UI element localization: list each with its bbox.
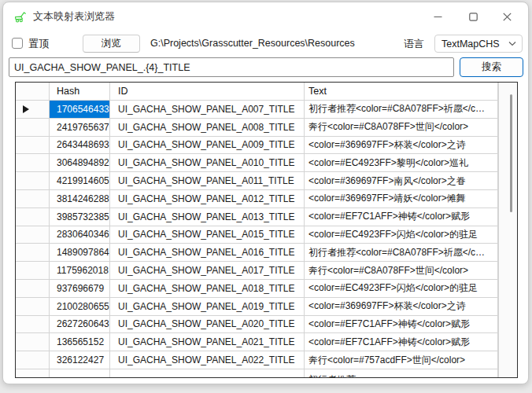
table-row: 2100280655 UI_GACHA_SHOW_PANEL_A019_TITL…: [16, 298, 498, 316]
text-cell[interactable]: 奔行<color=#757acdFF>世间</color>: [305, 351, 498, 369]
row-header-cell[interactable]: [16, 119, 50, 136]
text-cell[interactable]: 初行者推荐<color=#C8A078FF>祈愿</c…: [305, 101, 498, 118]
column-header-id[interactable]: ID: [110, 83, 305, 100]
close-button[interactable]: [490, 2, 525, 31]
language-dropdown[interactable]: TextMapCHS: [434, 35, 523, 53]
search-button[interactable]: 搜索: [460, 57, 523, 77]
table-row: 1175962018 UI_GACHA_SHOW_PANEL_A017_TITL…: [16, 262, 498, 280]
row-header-cell[interactable]: [16, 333, 50, 351]
hash-cell[interactable]: 2419765637: [50, 119, 110, 136]
id-cell[interactable]: UI_GACHA_SHOW_PANEL_A010_TITLE: [110, 154, 305, 171]
language-dropdown-value: TextMapCHS: [441, 39, 500, 50]
title-bar[interactable]: 文本映射表浏览器: [3, 2, 528, 31]
hash-cell[interactable]: 2643448693: [50, 137, 110, 154]
row-header-cell[interactable]: [16, 190, 50, 208]
hash-cell[interactable]: 2627260643: [50, 316, 110, 333]
hash-cell[interactable]: 2830640346: [50, 226, 110, 244]
app-window: 文本映射表浏览器 置顶 浏览 G:\Projects\Grasscutter_R…: [2, 2, 529, 384]
table-row: 937696679 UI_GACHA_SHOW_PANEL_A018_TITLE…: [16, 280, 498, 298]
browse-button[interactable]: 浏览: [83, 35, 140, 53]
id-cell[interactable]: UI_GACHA_SHOW_PANEL_A008_TITLE: [110, 119, 305, 136]
id-cell[interactable]: UI_GACHA_SHOW_PANEL_A017_TITLE: [110, 262, 305, 279]
row-header-cell[interactable]: [16, 137, 50, 154]
id-cell[interactable]: UI_GACHA_SHOW_PANEL_A019_TITLE: [110, 298, 305, 315]
browse-button-label: 浏览: [102, 37, 121, 50]
row-header-cell[interactable]: [16, 262, 50, 279]
grasscutter-app-icon: [13, 10, 27, 24]
text-cell[interactable]: <color=#EC4923FF>闪焰</color>的驻足: [305, 226, 498, 244]
row-header-cell[interactable]: [16, 226, 50, 244]
text-cell[interactable]: <color=#EF7C1AFF>神铸</color>赋形: [305, 208, 498, 226]
table-row: 2830640346 UI_GACHA_SHOW_PANEL_A015_TITL…: [16, 226, 498, 244]
close-icon: [503, 13, 512, 21]
partial-row-text: 初行者推荐: [305, 369, 498, 377]
vertical-scrollbar[interactable]: [498, 83, 517, 377]
hash-cell[interactable]: 4219914605: [50, 172, 110, 189]
id-cell[interactable]: UI_GACHA_SHOW_PANEL_A013_TITLE: [110, 208, 305, 226]
id-cell[interactable]: UI_GACHA_SHOW_PANEL_A022_TITLE: [110, 351, 305, 369]
text-cell[interactable]: <color=#369697FF>南风</color>之眷: [305, 172, 498, 189]
table-row: 2627260643 UI_GACHA_SHOW_PANEL_A020_TITL…: [16, 316, 498, 334]
hash-cell[interactable]: 3814246288: [50, 190, 110, 208]
text-cell[interactable]: <color=#EC4923FF>闪焰</color>的驻足: [305, 280, 498, 297]
hash-cell[interactable]: 1175962018: [50, 262, 110, 279]
text-cell[interactable]: <color=#EF7C1AFF>神铸</color>赋形: [305, 333, 498, 351]
hash-cell[interactable]: 326122427: [50, 351, 110, 369]
minimize-icon: [434, 13, 442, 21]
hash-cell[interactable]: 3064894892: [50, 154, 110, 171]
id-cell: [110, 369, 305, 377]
text-cell[interactable]: <color=#369697FF>杯装</color>之诗: [305, 298, 498, 315]
hash-cell[interactable]: 2100280655: [50, 298, 110, 315]
minimize-button[interactable]: [420, 2, 456, 31]
window-title: 文本映射表浏览器: [33, 2, 115, 31]
id-cell[interactable]: UI_GACHA_SHOW_PANEL_A020_TITLE: [110, 316, 305, 333]
maximize-button[interactable]: [456, 2, 491, 31]
id-cell[interactable]: UI_GACHA_SHOW_PANEL_A009_TITLE: [110, 137, 305, 154]
search-input[interactable]: [9, 57, 454, 77]
row-header-cell[interactable]: [16, 172, 50, 189]
hash-cell[interactable]: 937696679: [50, 280, 110, 297]
id-cell[interactable]: UI_GACHA_SHOW_PANEL_A018_TITLE: [110, 280, 305, 297]
row-header-cell[interactable]: [16, 154, 50, 171]
current-row-arrow-icon: [23, 105, 29, 113]
id-cell[interactable]: UI_GACHA_SHOW_PANEL_A015_TITLE: [110, 226, 305, 244]
text-cell[interactable]: <color=#369697FF>杯装</color>之诗: [305, 137, 498, 154]
textmap-grid: Hash ID Text 1706546433 UI_GACHA_SHOW_PA…: [15, 82, 518, 378]
table-row: 2419765637 UI_GACHA_SHOW_PANEL_A008_TITL…: [16, 119, 498, 137]
hash-cell[interactable]: 136565152: [50, 333, 110, 351]
id-cell[interactable]: UI_GACHA_SHOW_PANEL_A016_TITLE: [110, 244, 305, 261]
hash-cell[interactable]: 3985732385: [50, 208, 110, 226]
partial-row: 初行者推荐: [16, 369, 498, 377]
column-header-text[interactable]: Text: [305, 83, 498, 100]
scrollbar-thumb[interactable]: [510, 94, 512, 212]
text-cell[interactable]: 初行者推荐<color=#C8A078FF>祈愿</c…: [305, 244, 498, 261]
text-cell[interactable]: <color=#369697FF>靖妖</color>傩舞: [305, 190, 498, 208]
table-row: 2643448693 UI_GACHA_SHOW_PANEL_A009_TITL…: [16, 137, 498, 155]
table-row: 326122427 UI_GACHA_SHOW_PANEL_A022_TITLE…: [16, 351, 498, 369]
id-cell[interactable]: UI_GACHA_SHOW_PANEL_A007_TITLE: [110, 101, 305, 118]
row-header-cell[interactable]: [16, 298, 50, 315]
grid-body: 1706546433 UI_GACHA_SHOW_PANEL_A007_TITL…: [16, 101, 498, 369]
chevron-down-icon: [508, 41, 516, 46]
row-header-cell[interactable]: [16, 244, 50, 261]
row-header-cell[interactable]: [16, 208, 50, 226]
table-row: 3814246288 UI_GACHA_SHOW_PANEL_A012_TITL…: [16, 190, 498, 208]
pin-on-top-checkbox[interactable]: [12, 38, 23, 49]
row-header-cell[interactable]: [16, 280, 50, 297]
hash-cell[interactable]: 1706546433: [50, 101, 110, 118]
text-cell[interactable]: <color=#EC4923FF>黎明</color>巡礼: [305, 154, 498, 171]
hash-cell[interactable]: 1489097864: [50, 244, 110, 261]
maximize-icon: [469, 13, 478, 21]
text-cell[interactable]: 奔行<color=#C8A078FF>世间</color>: [305, 119, 498, 136]
table-row: 1489097864 UI_GACHA_SHOW_PANEL_A016_TITL…: [16, 244, 498, 262]
text-cell[interactable]: 奔行<color=#C8A078FF>世间</color>: [305, 262, 498, 279]
id-cell[interactable]: UI_GACHA_SHOW_PANEL_A011_TITLE: [110, 172, 305, 189]
id-cell[interactable]: UI_GACHA_SHOW_PANEL_A021_TITLE: [110, 333, 305, 351]
column-header-hash[interactable]: Hash: [50, 83, 110, 100]
row-header-cell: [16, 369, 50, 377]
text-cell[interactable]: <color=#EF7C1AFF>神铸</color>赋形: [305, 316, 498, 333]
id-cell[interactable]: UI_GACHA_SHOW_PANEL_A012_TITLE: [110, 190, 305, 208]
row-header-cell[interactable]: [16, 316, 50, 333]
row-header-cell[interactable]: [16, 351, 50, 369]
row-header-cell[interactable]: [16, 101, 50, 118]
